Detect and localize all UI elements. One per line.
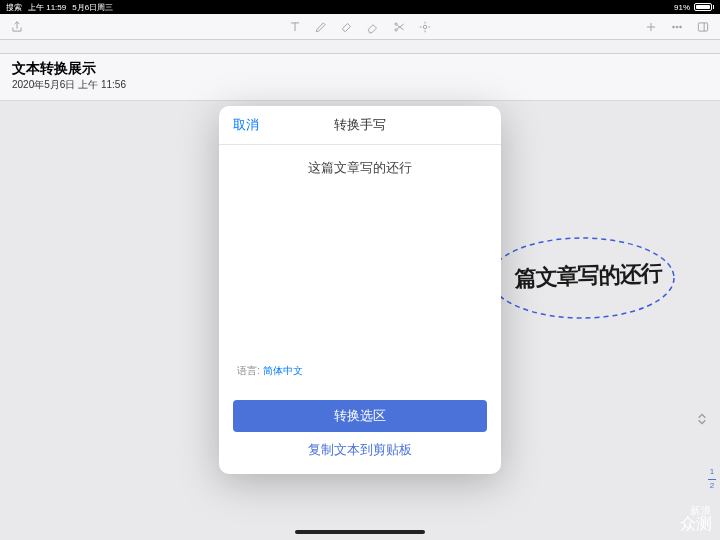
handwriting-selection[interactable]: 篇文章写的还行: [485, 231, 680, 326]
status-bar: 搜索 上午 11:59 5月6日周三 91%: [0, 0, 720, 14]
convert-handwriting-modal: 取消 转换手写 这篇文章写的还行 语言: 简体中文 转换选区 复制文本到剪贴板: [219, 106, 501, 474]
status-date: 5月6日周三: [72, 2, 113, 13]
watermark-line2: 众测: [680, 516, 712, 532]
status-search: 搜索: [6, 2, 22, 13]
note-date: 2020年5月6日 上午 11:56: [12, 78, 708, 92]
watermark: 新浪 众测: [680, 506, 712, 532]
page-indicator[interactable]: 1 2: [708, 467, 716, 491]
lang-label: 语言:: [237, 365, 260, 376]
cancel-button[interactable]: 取消: [233, 116, 259, 134]
app-toolbar: [0, 14, 720, 40]
eraser-icon[interactable]: [366, 20, 380, 34]
sidebar-icon[interactable]: [696, 20, 710, 34]
battery-icon: [694, 3, 714, 11]
expand-icon[interactable]: [694, 411, 710, 431]
handwritten-text: 篇文章写的还行: [515, 258, 663, 293]
battery-percent: 91%: [674, 3, 690, 12]
svg-rect-6: [698, 22, 707, 30]
text-tool-icon[interactable]: [288, 20, 302, 34]
page-total: 2: [708, 481, 716, 491]
modal-body: 这篇文章写的还行 语言: 简体中文: [219, 145, 501, 392]
svg-point-3: [673, 26, 675, 28]
status-time: 上午 11:59: [28, 2, 66, 13]
converted-text: 这篇文章写的还行: [237, 159, 483, 177]
highlighter-icon[interactable]: [340, 20, 354, 34]
svg-point-4: [676, 26, 678, 28]
note-title: 文本转换展示: [12, 60, 708, 78]
pen-tool-icon[interactable]: [314, 20, 328, 34]
language-row[interactable]: 语言: 简体中文: [237, 364, 483, 386]
lang-value[interactable]: 简体中文: [263, 365, 303, 376]
modal-header: 取消 转换手写: [219, 106, 501, 145]
convert-selection-button[interactable]: 转换选区: [233, 400, 487, 432]
copy-to-clipboard-button[interactable]: 复制文本到剪贴板: [233, 440, 487, 460]
modal-title: 转换手写: [334, 116, 386, 134]
svg-point-0: [395, 22, 397, 24]
note-header: 文本转换展示 2020年5月6日 上午 11:56: [0, 54, 720, 101]
page-current: 1: [708, 467, 716, 477]
share-icon[interactable]: [10, 20, 24, 34]
add-icon[interactable]: [644, 20, 658, 34]
ruler-bar: [0, 40, 720, 54]
svg-point-2: [423, 25, 427, 29]
modal-footer: 转换选区 复制文本到剪贴板: [219, 392, 501, 474]
svg-point-5: [680, 26, 682, 28]
home-indicator[interactable]: [295, 530, 425, 534]
scissors-icon[interactable]: [392, 20, 406, 34]
svg-point-1: [395, 28, 397, 30]
shape-icon[interactable]: [418, 20, 432, 34]
more-icon[interactable]: [670, 20, 684, 34]
